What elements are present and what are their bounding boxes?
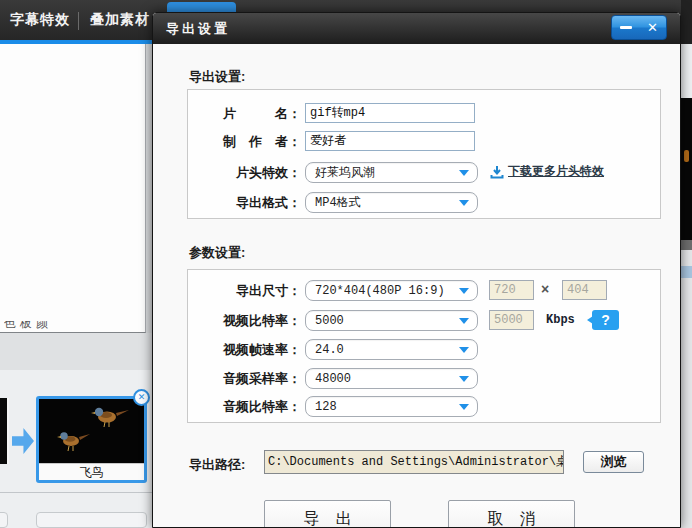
audio-bitrate-label: 音频比特率：	[188, 398, 301, 416]
screen: 字幕特效 叠加素材 色板颜	[0, 0, 692, 528]
params-group-box: 导出尺寸： 720*404(480P 16:9) 720 × 404 视频比特率…	[187, 269, 661, 423]
minimize-button[interactable]	[612, 16, 639, 39]
sample-rate-value: 48000	[306, 372, 459, 386]
timeline-thumb-partial	[0, 398, 7, 464]
window-controls: ✕	[611, 15, 667, 40]
dropdown-arrow-icon	[459, 288, 469, 294]
frame-rate-dropdown[interactable]: 24.0	[305, 339, 478, 360]
dropdown-arrow-icon	[459, 200, 469, 206]
export-size-dropdown[interactable]: 720*404(480P 16:9)	[305, 280, 478, 301]
frame-rate-label: 视频帧速率：	[188, 341, 301, 359]
export-size-label: 导出尺寸：	[188, 282, 301, 300]
name-label: 片 名：	[188, 105, 301, 123]
intro-effect-dropdown[interactable]: 好莱坞风潮	[305, 162, 478, 183]
bitrate-field-disabled: 5000	[489, 310, 534, 330]
timeline-thumb-partial-edge	[7, 398, 9, 464]
audio-bitrate-value: 128	[306, 400, 459, 414]
browse-button[interactable]: 浏览	[583, 451, 644, 473]
export-size-value: 720*404(480P 16:9)	[306, 284, 459, 298]
export-settings-dialog: 导出设置 ✕ 导出设置: 片 名： gif转mp4 制 作 者： 爱好者 片头特…	[152, 12, 681, 528]
birds-illustration	[39, 399, 144, 463]
timeline-clip-selected[interactable]: 飞鸟	[36, 396, 147, 483]
dropdown-arrow-icon	[459, 347, 469, 353]
clip-remove-icon[interactable]: ✕	[133, 389, 150, 406]
frame-rate-value: 24.0	[306, 343, 459, 357]
export-button[interactable]: 导 出	[264, 500, 391, 528]
tab-overlay-material[interactable]: 叠加素材	[90, 11, 150, 29]
author-input[interactable]: 爱好者	[305, 131, 475, 151]
sample-rate-dropdown[interactable]: 48000	[305, 368, 478, 389]
clip-label: 飞鸟	[39, 463, 144, 480]
export-format-dropdown[interactable]: MP4格式	[305, 192, 478, 213]
dropdown-arrow-icon	[459, 170, 469, 176]
minimize-icon	[620, 26, 632, 29]
intro-effect-value: 好莱坞风潮	[306, 164, 459, 181]
close-button[interactable]: ✕	[639, 16, 666, 39]
preview-bird-spot	[684, 150, 689, 162]
tab-subtitle-effects[interactable]: 字幕特效	[10, 11, 70, 29]
export-path-label: 导出路径:	[189, 456, 245, 474]
bird-thumbnail-image	[39, 399, 144, 463]
right-strip-dark	[681, 0, 692, 44]
name-input[interactable]: gif转mp4	[305, 103, 475, 123]
right-strip-light	[681, 44, 692, 98]
kbps-unit: Kbps	[546, 313, 575, 327]
dialog-title: 导出设置	[166, 13, 230, 44]
video-bitrate-label: 视频比特率：	[188, 312, 301, 330]
right-strip-blue-bar	[681, 266, 692, 278]
right-strip-gray	[681, 240, 692, 250]
left-content-panel	[0, 44, 146, 333]
params-section-heading: 参数设置:	[189, 244, 245, 262]
video-bitrate-dropdown[interactable]: 5000	[305, 310, 478, 331]
dropdown-arrow-icon	[459, 318, 469, 324]
tab-separator	[78, 12, 79, 30]
video-preview-partial	[681, 98, 692, 240]
close-icon: ✕	[647, 20, 658, 35]
right-strip-light2	[681, 250, 692, 266]
dropdown-arrow-icon	[459, 404, 469, 410]
sample-rate-label: 音频采样率：	[188, 370, 301, 388]
download-more-effects[interactable]: 下载更多片头特效	[490, 163, 604, 180]
export-format-label: 导出格式：	[188, 194, 301, 212]
author-label: 制 作 者：	[188, 133, 301, 151]
intro-effect-label: 片头特效：	[188, 164, 301, 182]
export-group-box: 片 名： gif转mp4 制 作 者： 爱好者 片头特效： 好莱坞风潮 下载更多…	[187, 89, 661, 219]
mid-gray-strip	[0, 333, 152, 370]
right-strip-light3	[681, 278, 692, 528]
export-section-heading: 导出设置:	[189, 68, 245, 86]
download-more-link[interactable]: 下载更多片头特效	[508, 163, 604, 180]
cancel-button[interactable]: 取 消	[448, 500, 575, 528]
help-button[interactable]: ?	[592, 310, 619, 330]
timeline-empty-slot	[36, 512, 147, 528]
times-symbol: ×	[541, 281, 549, 297]
height-field-disabled: 404	[562, 280, 607, 300]
timeline-divider	[0, 492, 152, 493]
timeline-empty-slot	[0, 512, 8, 528]
dropdown-arrow-icon	[459, 376, 469, 382]
audio-bitrate-dropdown[interactable]: 128	[305, 396, 478, 417]
dialog-title-bar[interactable]: 导出设置 ✕	[153, 13, 680, 44]
width-field-disabled: 720	[489, 280, 534, 300]
download-icon	[490, 165, 504, 179]
clipped-panel-text: 色板颜	[4, 321, 134, 332]
export-format-value: MP4格式	[306, 194, 459, 211]
export-path-input[interactable]: C:\Documents and Settings\Administrator\…	[264, 450, 564, 474]
video-bitrate-value: 5000	[306, 314, 459, 328]
